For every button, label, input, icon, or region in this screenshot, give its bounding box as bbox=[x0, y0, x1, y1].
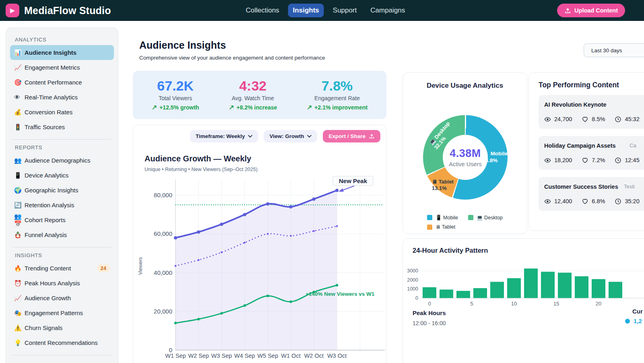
current-label: Cur bbox=[632, 308, 643, 315]
svg-text:10: 10 bbox=[511, 301, 517, 307]
svg-text:W3 Oct: W3 Oct bbox=[327, 353, 347, 359]
sidebar-item-label: Device Analytics bbox=[25, 172, 110, 179]
kpi-delta: ↗+2.1% improvement bbox=[307, 103, 367, 111]
sidebar-item-label: Conversion Rates bbox=[25, 109, 110, 116]
chevron-down-icon bbox=[307, 135, 312, 138]
alarm-clock-icon: ⏰ bbox=[14, 280, 25, 287]
likes-value: 6.8% bbox=[592, 198, 605, 204]
sidebar-item-content-recommendations[interactable]: 💡Content Recommendations bbox=[10, 335, 114, 350]
sidebar-item-cohort-reports[interactable]: 👥📅Cohort Reports bbox=[10, 212, 114, 227]
kpi-value: 67.2K bbox=[152, 79, 199, 93]
svg-text:20,000: 20,000 bbox=[154, 308, 172, 315]
sidebar-item-retention-analysis[interactable]: 🔄Retention Analysis bbox=[10, 198, 114, 212]
legend-label: 📱 Mobile bbox=[436, 214, 458, 221]
views-value: 12,400 bbox=[554, 198, 572, 204]
activity-pattern-card: 24-Hour Activity Pattern 010002000300005… bbox=[402, 238, 644, 363]
legend-swatch bbox=[427, 225, 432, 230]
fire-icon: 🔥 bbox=[14, 265, 25, 272]
active-users-value: 4.38M bbox=[450, 147, 481, 160]
nav-item-support[interactable]: Support bbox=[328, 4, 362, 17]
kpi-avg-watch-time: 4:32Avg. Watch Time↗+8.2% increase bbox=[229, 79, 277, 111]
timeframe-dropdown[interactable]: Timeframe: Weekly bbox=[190, 130, 258, 142]
sidebar-item-label: Churn Signals bbox=[25, 324, 110, 331]
content-stats: 18,2007.2%12:45↗ bbox=[544, 156, 644, 165]
svg-text:5: 5 bbox=[470, 301, 473, 307]
heart-icon bbox=[582, 116, 588, 123]
svg-text:+140% New Viewers vs W1: +140% New Viewers vs W1 bbox=[305, 291, 375, 297]
device-usage-title: Device Usage Analytics bbox=[403, 82, 527, 90]
view-dropdown[interactable]: View: Growth bbox=[264, 130, 317, 142]
likes-value: 7.2% bbox=[592, 157, 605, 163]
donut-label-tablet: 🖥 Tablet 13.1% bbox=[432, 179, 454, 192]
eye-icon bbox=[544, 157, 551, 164]
sidebar-item-conversion-rates[interactable]: 💰Conversion Rates bbox=[10, 105, 114, 120]
kpi-stats-row: 67.2KTotal Viewers↗+12.5% growth4:32Avg.… bbox=[133, 71, 386, 119]
svg-text:15: 15 bbox=[553, 301, 559, 307]
sidebar-item-audience-demographics[interactable]: 👥Audience Demographics bbox=[10, 153, 114, 168]
peak-hours-label: Peak Hours bbox=[413, 309, 446, 316]
sidebar-item-content-performance[interactable]: 🎯Content Performance bbox=[10, 75, 114, 90]
sidebar-item-geographic-insights[interactable]: 🌍Geographic Insights bbox=[10, 183, 114, 198]
svg-text:1000: 1000 bbox=[407, 286, 418, 292]
sidebar-item-label: Engagement Metrics bbox=[25, 64, 110, 71]
sidebar-item-funnel-analysis[interactable]: 🪆Funnel Analysis bbox=[10, 227, 114, 242]
sidebar-item-label: Traffic Sources bbox=[25, 124, 110, 130]
sidebar: ANALYTICS📊Audience Insights📈Engagement M… bbox=[6, 27, 118, 363]
content-item-holiday-campaign-assets[interactable]: Holiday Campaign AssetsCa18,2007.2%12:45… bbox=[539, 136, 644, 170]
kpi-value: 4:32 bbox=[229, 79, 277, 93]
growth-chart-subtitle: Unique • Returning • New Viewers (Sep–Oc… bbox=[144, 167, 258, 172]
sidebar-item-peak-hours-analysis[interactable]: ⏰Peak Hours Analysis bbox=[10, 276, 114, 291]
export-share-button[interactable]: Export / Share bbox=[323, 130, 380, 142]
sidebar-item-label: Audience Demographics bbox=[25, 157, 110, 164]
sidebar-item-label: Peak Hours Analysis bbox=[25, 280, 110, 287]
sidebar-item-real-time-analytics[interactable]: 👁Real-Time Analytics bbox=[10, 90, 114, 105]
sidebar-item-engagement-metrics[interactable]: 📈Engagement Metrics bbox=[10, 60, 114, 75]
duration-value: 35:20 bbox=[625, 198, 639, 204]
date-range-selector[interactable]: Last 30 days bbox=[584, 43, 644, 57]
legend-item-mobile: 📱 Mobile bbox=[427, 214, 468, 221]
sidebar-item-label: Retention Analysis bbox=[25, 202, 110, 208]
heart-icon bbox=[582, 157, 588, 164]
svg-text:80,000: 80,000 bbox=[154, 192, 172, 198]
upload-icon bbox=[564, 7, 571, 14]
sidebar-item-device-analytics[interactable]: 📱Device Analytics bbox=[10, 168, 114, 183]
svg-text:W2 Sep: W2 Sep bbox=[188, 353, 209, 359]
sidebar-item-audience-insights[interactable]: 📊Audience Insights bbox=[10, 45, 114, 60]
views-value: 18,200 bbox=[554, 157, 572, 163]
svg-text:20: 20 bbox=[596, 301, 601, 307]
legend-swatch bbox=[427, 215, 432, 220]
heart-icon bbox=[582, 198, 588, 205]
play-icon[interactable]: ▶ bbox=[6, 4, 19, 17]
kpi-value: 7.8% bbox=[307, 79, 367, 93]
legend-swatch bbox=[468, 215, 473, 220]
svg-text:New Peak: New Peak bbox=[339, 177, 367, 184]
sidebar-item-traffic-sources[interactable]: 🚦Traffic Sources bbox=[10, 120, 114, 134]
nav-item-insights[interactable]: Insights bbox=[288, 4, 324, 17]
content-stats: 12,4006.8%35:20↗ bbox=[544, 197, 644, 206]
nav-item-campaigns[interactable]: Campaigns bbox=[365, 4, 410, 17]
content-item-customer-success-stories[interactable]: Customer Success StoriesTesti12,4006.8%3… bbox=[539, 177, 644, 211]
sidebar-item-trending-content[interactable]: 🔥Trending Content24 bbox=[10, 261, 114, 276]
eye-icon bbox=[544, 116, 551, 123]
sidebar-divider bbox=[12, 139, 111, 140]
content-item-ai-revolution-keynote[interactable]: AI Revolution Keynote24,7008.5%45:32↗ bbox=[539, 95, 644, 129]
legend-label: 🖥 Tablet bbox=[436, 224, 455, 230]
clock-icon bbox=[615, 157, 621, 164]
svg-text:W3 Sep: W3 Sep bbox=[211, 353, 232, 359]
upload-content-button[interactable]: Upload Content bbox=[557, 4, 625, 17]
likes-value: 8.5% bbox=[592, 116, 605, 122]
kpi-total-viewers: 67.2KTotal Viewers↗+12.5% growth bbox=[152, 79, 199, 111]
svg-text:W5 Sep: W5 Sep bbox=[257, 353, 278, 359]
svg-text:0: 0 bbox=[428, 301, 431, 307]
top-content-list: AI Revolution Keynote24,7008.5%45:32↗Hol… bbox=[539, 95, 644, 211]
sidebar-item-label: Funnel Analysis bbox=[25, 231, 110, 238]
activity-title: 24-Hour Activity Pattern bbox=[413, 247, 488, 254]
sidebar-item-churn-signals[interactable]: ⚠️Churn Signals bbox=[10, 320, 114, 335]
nav-item-collections[interactable]: Collections bbox=[241, 4, 284, 17]
sidebar-item-engagement-patterns[interactable]: 🎭Engagement Patterns bbox=[10, 305, 114, 320]
eye-icon bbox=[544, 198, 551, 205]
top-navbar: ▶ MediaFlow Studio CollectionsInsightsSu… bbox=[0, 0, 644, 21]
sidebar-item-audience-growth[interactable]: 📈Audience Growth bbox=[10, 291, 114, 305]
trend-up-icon: ↗ bbox=[229, 104, 234, 111]
svg-text:2000: 2000 bbox=[407, 277, 418, 283]
